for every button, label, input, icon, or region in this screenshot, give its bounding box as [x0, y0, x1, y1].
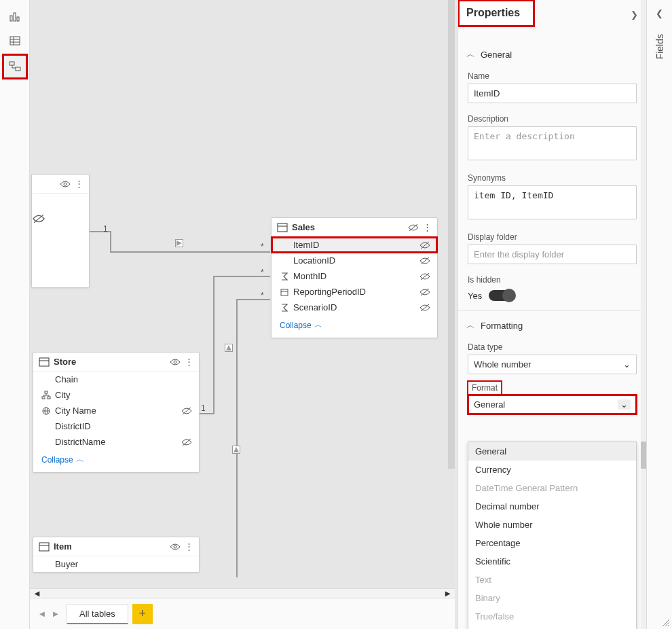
format-option[interactable]: Scientific [468, 552, 636, 571]
format-option: Binary [468, 589, 636, 607]
more-icon[interactable]: ⋮ [185, 357, 193, 367]
format-dropdown[interactable]: GeneralCurrencyDateTime General PatternD… [468, 442, 637, 629]
data-view-button[interactable] [3, 29, 27, 53]
field-row[interactable]: LocationID [272, 253, 437, 268]
eye-icon[interactable] [170, 543, 181, 551]
tab-bar: ◄ ► All tables + [30, 598, 455, 629]
format-option[interactable]: General [468, 442, 636, 461]
field-row[interactable]: ReportingPeriodID [272, 284, 437, 300]
hidden-eye-icon[interactable] [419, 241, 430, 249]
field-row[interactable]: ItemID [272, 237, 437, 253]
format-option[interactable]: Currency [468, 461, 636, 479]
hidden-eye-icon[interactable] [181, 438, 192, 446]
card-header-item: Item ⋮ [33, 537, 199, 556]
fields-pane-collapsed[interactable]: ❮ Fields [646, 0, 672, 629]
tab-all-tables[interactable]: All tables [67, 604, 128, 624]
tab-next-icon[interactable]: ► [49, 609, 62, 619]
model-canvas[interactable]: ⋮ Sales ⋮ ItemIDLocationIDMonthIDReporti… [30, 0, 455, 598]
field-label: ItemID [293, 240, 419, 250]
table-card-store[interactable]: Store ⋮ ChainCityCity NameDistrictIDDist… [33, 352, 200, 473]
svg-rect-3 [10, 37, 20, 45]
model-view-button[interactable] [3, 54, 27, 79]
card-title: Store [54, 357, 166, 367]
format-option[interactable]: Percentage [468, 534, 636, 552]
data-type-value: Whole number [474, 359, 531, 370]
collapse-link[interactable]: Collapse ︿ [272, 315, 437, 338]
table-card-item[interactable]: Item ⋮ Buyer [33, 537, 200, 573]
card-header-store: Store ⋮ [33, 353, 199, 372]
description-input[interactable] [468, 126, 637, 160]
cardinality-one: 1 [103, 224, 108, 234]
add-tab-button[interactable]: + [132, 604, 153, 624]
field-row[interactable]: DistrictName [33, 434, 199, 450]
hidden-eye-icon[interactable] [419, 257, 430, 265]
field-row[interactable]: City [33, 387, 199, 403]
hidden-eye-icon[interactable] [408, 223, 419, 232]
svg-point-9 [64, 183, 67, 185]
canvas-vscroll[interactable] [448, 0, 455, 469]
field-label: ScenarioID [293, 302, 419, 312]
format-select[interactable]: General ⌄ [468, 395, 637, 414]
collapse-pane-icon[interactable]: ❯ [631, 10, 638, 20]
field-row[interactable]: MonthID [272, 268, 437, 284]
synonyms-input[interactable] [468, 185, 637, 219]
field-row[interactable]: Chain [33, 372, 199, 387]
name-input[interactable] [468, 84, 637, 103]
data-type-select[interactable]: Whole number ⌄ [468, 355, 637, 374]
chevron-up-icon: ︿ [466, 319, 475, 331]
chevron-down-icon: ⌄ [623, 359, 631, 370]
scroll-right-icon[interactable]: ► [443, 588, 452, 598]
filter-direction-icon [225, 344, 233, 352]
more-icon[interactable]: ⋮ [185, 541, 193, 552]
scroll-left-icon[interactable]: ◄ [33, 588, 41, 598]
field-row[interactable]: City Name [33, 403, 199, 418]
format-option[interactable]: Decimal number [468, 497, 636, 516]
field-row[interactable]: Buyer [33, 556, 199, 572]
card-title: Item [54, 541, 166, 552]
field-label: LocationID [293, 255, 419, 266]
hidden-eye-icon[interactable] [419, 288, 430, 296]
field-row[interactable]: ScenarioID [272, 300, 437, 315]
field-type-icon [278, 272, 291, 281]
svg-rect-8 [16, 67, 20, 71]
more-icon[interactable]: ⋮ [423, 222, 432, 232]
table-card-unknown[interactable]: ⋮ [31, 174, 90, 288]
hidden-eye-icon[interactable] [419, 272, 430, 281]
svg-rect-25 [42, 397, 45, 399]
field-label: DistrictName [55, 437, 181, 447]
svg-rect-26 [48, 397, 50, 399]
canvas-hscroll[interactable]: ◄ ► [30, 588, 455, 598]
report-view-button[interactable] [3, 4, 27, 29]
hidden-eye-icon[interactable] [419, 304, 430, 312]
tab-prev-icon[interactable]: ◄ [35, 609, 49, 619]
display-folder-input[interactable] [468, 245, 637, 264]
hidden-icon-centered [32, 194, 89, 244]
chevron-up-icon: ︿ [314, 319, 322, 331]
eye-icon[interactable] [60, 180, 71, 188]
model-icon [9, 60, 21, 73]
table-card-sales[interactable]: Sales ⋮ ItemIDLocationIDMonthIDReporting… [271, 217, 438, 338]
svg-rect-32 [39, 543, 49, 551]
fields-label: Fields [654, 34, 665, 59]
table-icon [277, 223, 288, 232]
section-formatting[interactable]: ︿ Formatting [458, 310, 646, 337]
resize-handle-icon[interactable] [660, 617, 671, 628]
svg-rect-17 [281, 289, 288, 295]
format-option[interactable]: Whole number [468, 516, 636, 534]
expand-fields-icon[interactable]: ❮ [656, 8, 663, 18]
field-row[interactable]: DistrictID [33, 418, 199, 434]
format-option[interactable]: Custom [468, 626, 636, 629]
props-vscroll[interactable] [641, 0, 646, 629]
svg-rect-0 [10, 16, 12, 21]
section-general[interactable]: ︿ General [458, 40, 646, 66]
is-hidden-toggle[interactable] [489, 290, 515, 301]
properties-title-text: Properties [466, 7, 520, 19]
svg-rect-1 [14, 13, 16, 21]
more-icon[interactable]: ⋮ [75, 179, 83, 189]
eye-icon[interactable] [170, 358, 181, 366]
collapse-link[interactable]: Collapse ︿ [33, 450, 199, 472]
data-type-label: Data type [458, 337, 646, 355]
hidden-eye-icon[interactable] [181, 407, 192, 415]
format-value: General [474, 399, 505, 410]
field-type-icon [40, 406, 52, 416]
